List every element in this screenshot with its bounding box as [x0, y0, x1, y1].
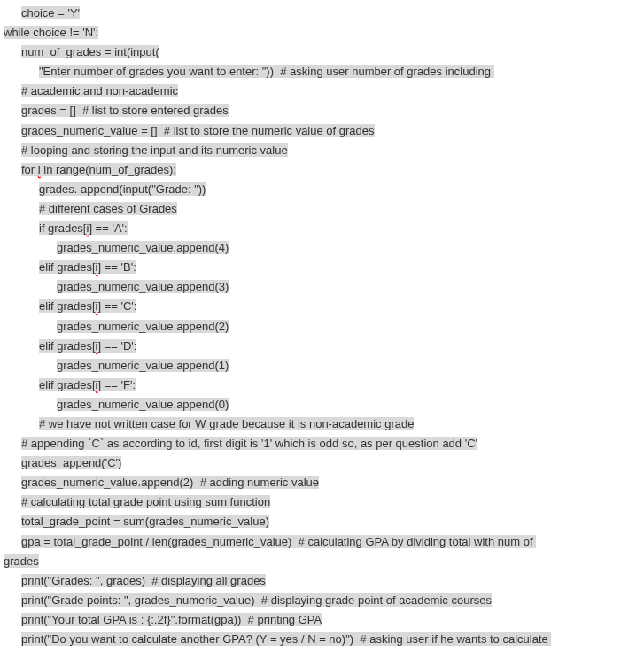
code-text: print("Grades: ", grades) # displaying a…	[21, 574, 266, 587]
code-text: if grades[i] == 'A':	[39, 221, 128, 235]
code-text: # appending `C` as according to id, firs…	[21, 437, 477, 450]
code-text: elif grades[i] == 'D':	[39, 339, 136, 353]
code-line-7: # looping and storing the input and its …	[4, 141, 640, 160]
code-line-19: elif grades[i] == 'F':	[4, 376, 640, 395]
code-line-22: # appending `C` as according to id, firs…	[4, 434, 640, 453]
code-line-24: grades_numeric_value.append(2) # adding …	[4, 473, 640, 492]
code-text: gpa = total_grade_point / len(grades_num…	[21, 535, 536, 548]
code-text: # looping and storing the input and its …	[21, 143, 288, 157]
code-text: grades	[4, 554, 39, 568]
code-text: grades_numeric_value.append(2) # adding …	[21, 476, 319, 489]
code-line-23: grades. append('C')	[4, 453, 640, 473]
code-line-0: choice = 'Y'	[4, 4, 640, 23]
code-text: # academic and non-academic	[21, 84, 178, 97]
code-text: num_of_grades = int(input(	[21, 45, 159, 58]
code-text: # different cases of Grades	[39, 202, 177, 215]
code-text: grades_numeric_value.append(0)	[57, 398, 229, 411]
code-line-20: grades_numeric_value.append(0)	[4, 395, 640, 415]
code-text: elif grades[i] == 'F':	[39, 378, 136, 391]
code-line-3: "Enter number of grades you want to ente…	[4, 62, 640, 81]
code-text: while choice != 'N':	[4, 26, 98, 39]
code-line-4: # academic and non-academic	[4, 81, 640, 101]
code-line-12: grades_numeric_value.append(4)	[4, 238, 640, 258]
code-block: choice = 'Y'while choice != 'N':num_of_g…	[4, 4, 640, 651]
spell-error-marker: i	[38, 163, 41, 176]
code-text: grades. append('C')	[21, 456, 121, 469]
code-text: grades_numeric_value.append(2)	[57, 320, 229, 333]
code-line-5: grades = [] # list to store entered grad…	[4, 101, 640, 120]
code-line-28: grades	[4, 552, 640, 571]
code-line-1: while choice != 'N':	[4, 23, 640, 43]
code-line-9: grades. append(input("Grade: "))	[4, 180, 640, 199]
code-text: elif grades[i] == 'B':	[39, 260, 136, 274]
code-text: print("Do you want to calculate another …	[21, 632, 551, 646]
code-line-27: gpa = total_grade_point / len(grades_num…	[4, 532, 640, 552]
code-line-25: # calculating total grade point using su…	[4, 492, 640, 512]
code-line-2: num_of_grades = int(input(	[4, 43, 640, 62]
code-text: print("Grade points: ", grades_numeric_v…	[21, 593, 492, 607]
code-text: print("Your total GPA is : {:.2f}".forma…	[21, 613, 322, 626]
code-line-17: elif grades[i] == 'D':	[4, 337, 640, 356]
spell-error-marker: i	[96, 299, 98, 313]
code-text: # we have not written case for W grade b…	[39, 417, 414, 430]
code-text: grades_numeric_value.append(3)	[57, 280, 229, 293]
code-text: grades_numeric_value = [] # list to stor…	[21, 124, 375, 137]
code-line-14: grades_numeric_value.append(3)	[4, 277, 640, 297]
code-line-32: print("Do you want to calculate another …	[4, 630, 640, 649]
code-line-11: if grades[i] == 'A':	[4, 219, 640, 238]
code-text: grades_numeric_value.append(4)	[57, 241, 229, 254]
spell-error-marker: i	[96, 339, 98, 353]
code-text: "Enter number of grades you want to ente…	[39, 65, 494, 78]
spell-error-marker: i	[86, 221, 89, 235]
code-text: for i in range(num_of_grades):	[21, 163, 176, 176]
code-line-8: for i in range(num_of_grades):	[4, 160, 640, 180]
code-text: choice = 'Y'	[21, 6, 80, 19]
code-line-13: elif grades[i] == 'B':	[4, 258, 640, 277]
code-line-18: grades_numeric_value.append(1)	[4, 356, 640, 376]
code-text: grades. append(input("Grade: "))	[39, 182, 206, 196]
code-text: elif grades[i] == 'C':	[39, 299, 136, 313]
code-line-30: print("Grade points: ", grades_numeric_v…	[4, 591, 640, 610]
code-line-10: # different cases of Grades	[4, 199, 640, 219]
code-text: grades = [] # list to store entered grad…	[21, 104, 229, 117]
code-text: grades_numeric_value.append(1)	[57, 359, 229, 372]
code-line-6: grades_numeric_value = [] # list to stor…	[4, 121, 640, 141]
code-text: total_grade_point = sum(grades_numeric_v…	[21, 515, 269, 528]
spell-error-marker: i	[96, 378, 98, 391]
code-line-16: grades_numeric_value.append(2)	[4, 317, 640, 337]
code-line-15: elif grades[i] == 'C':	[4, 297, 640, 316]
code-line-31: print("Your total GPA is : {:.2f}".forma…	[4, 610, 640, 630]
code-line-26: total_grade_point = sum(grades_numeric_v…	[4, 512, 640, 531]
code-line-21: # we have not written case for W grade b…	[4, 415, 640, 434]
spell-error-marker: i	[96, 260, 98, 274]
code-text: # calculating total grade point using su…	[21, 495, 270, 508]
code-line-29: print("Grades: ", grades) # displaying a…	[4, 571, 640, 591]
